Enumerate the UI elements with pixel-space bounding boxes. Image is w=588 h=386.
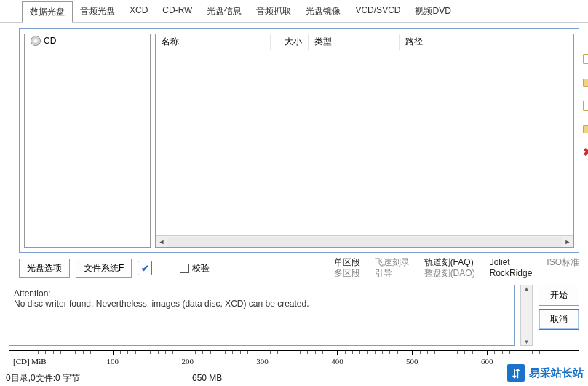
verify-label: 校验 [192, 262, 210, 275]
main-panel: CD 名称 大小 类型 路径 ◄ ► + + – – ✖ [19, 28, 579, 253]
tab-audio-disc[interactable]: 音频光盘 [73, 1, 122, 22]
scroll-left-icon[interactable]: ◄ [156, 237, 167, 247]
col-name[interactable]: 名称 [156, 34, 271, 50]
cancel-button[interactable]: 取消 [539, 309, 579, 330]
verify-checkbox[interactable]: 校验 [180, 262, 210, 275]
filesystem-button[interactable]: 文件系统F [76, 259, 132, 278]
list-hscroll[interactable]: ◄ ► [156, 235, 573, 247]
message-box: Attention: No disc writer found. Neverth… [9, 285, 514, 346]
scroll-track[interactable] [167, 237, 562, 247]
tab-audio-rip[interactable]: 音频抓取 [249, 1, 298, 22]
list-body[interactable] [156, 50, 573, 235]
options-row: 光盘选项 文件系统F ✔ 校验 单区段多区段 飞速刻录引导 轨道刻(FAQ)整盘… [19, 257, 579, 279]
add-folder-icon[interactable]: + [583, 77, 588, 89]
col-size[interactable]: 大小 [271, 34, 309, 50]
message-area: Attention: No disc writer found. Neverth… [9, 285, 579, 346]
tree-root-cd[interactable]: CD [29, 36, 146, 46]
tab-disc-info[interactable]: 光盘信息 [199, 1, 249, 22]
checkbox-icon [180, 264, 189, 273]
status-bar: 0目录,0文件:0 字节 650 MB [0, 371, 588, 385]
tab-disc-image[interactable]: 光盘镜像 [298, 1, 348, 22]
delete-icon[interactable]: ✖ [583, 147, 588, 159]
col-type[interactable]: 类型 [309, 34, 400, 50]
start-button[interactable]: 开始 [539, 285, 579, 306]
file-list: 名称 大小 类型 路径 ◄ ► [155, 34, 574, 248]
scroll-right-icon[interactable]: ► [562, 237, 573, 247]
col-path[interactable]: 路径 [400, 34, 573, 50]
watermark-icon: ⮃ [507, 364, 525, 382]
add-file-icon[interactable]: + [583, 54, 588, 66]
tabs: 数据光盘 音频光盘 XCD CD-RW 光盘信息 音频抓取 光盘镜像 VCD/S… [0, 0, 588, 23]
disc-options-button[interactable]: 光盘选项 [19, 259, 70, 278]
ruler-label: [CD] MiB [13, 357, 47, 366]
msg-line1: Attention: [14, 288, 509, 299]
disc-icon [31, 36, 41, 46]
msg-line2: No disc writer found. Nevertheless, imag… [14, 299, 509, 309]
remove-folder-icon[interactable]: – [583, 124, 588, 135]
tree-root-label: CD [44, 36, 56, 46]
watermark: ⮃ 易采站长站 [507, 364, 584, 382]
tab-dvd[interactable]: 视频DVD [408, 1, 458, 22]
tab-vcd[interactable]: VCD/SVCD [348, 1, 408, 22]
watermark-text: 易采站长站 [529, 366, 584, 380]
confirm-icon[interactable]: ✔ [138, 261, 152, 275]
tab-xcd[interactable]: XCD [122, 1, 155, 22]
file-tree[interactable]: CD [24, 34, 151, 248]
tab-cdrw[interactable]: CD-RW [155, 1, 199, 22]
capacity-ruler: [CD] MiB 100200300400500600 [9, 350, 579, 369]
status-files: 0目录,0文件:0 字节 [6, 372, 192, 385]
burn-options: 单区段多区段 飞速刻录引导 轨道刻(FAQ)整盘刻(DAO) JolietRoc… [334, 257, 579, 279]
message-vscroll[interactable]: ▲▼ [520, 285, 533, 346]
remove-file-icon[interactable]: – [583, 101, 588, 112]
tab-data-disc[interactable]: 数据光盘 [22, 1, 73, 23]
list-header: 名称 大小 类型 路径 [156, 34, 573, 50]
side-toolbar: + + – – ✖ [583, 54, 588, 159]
